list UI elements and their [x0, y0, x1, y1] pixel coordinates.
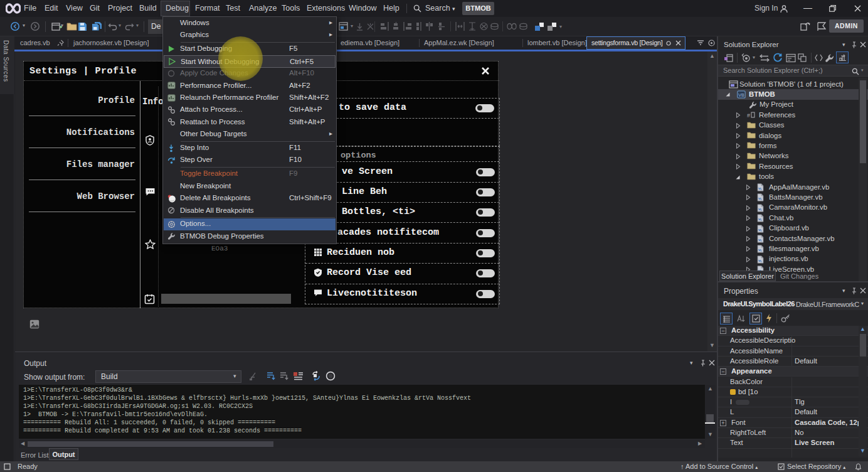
svg-text:#: #	[747, 112, 750, 119]
svg-text:VB: VB	[738, 93, 744, 97]
